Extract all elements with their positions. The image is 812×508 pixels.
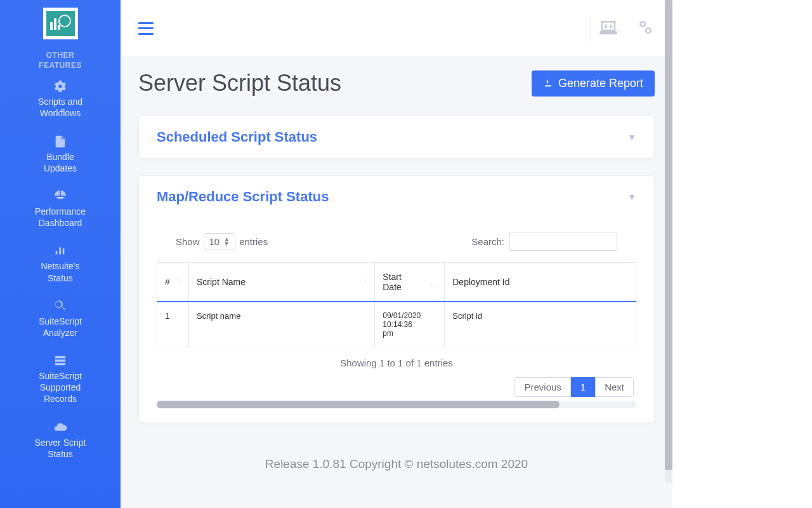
sidebar-item-suitescript-analyzer[interactable]: SuiteScript Analyzer — [0, 295, 121, 350]
page-title: Server Script Status — [138, 70, 341, 97]
card-header[interactable]: Scheduled Script Status ▼ — [139, 116, 654, 158]
sidebar-section-label: OTHERFEATURES — [39, 51, 82, 70]
show-label: Show — [176, 236, 200, 247]
gears-icon — [53, 79, 67, 93]
table-row: 1 Script name 09/01/2020 10:14:36 pm Scr… — [157, 302, 636, 347]
sidebar-item-label: Netsuite's Status — [41, 261, 79, 283]
sidebar-item-scripts-workflows[interactable]: Scripts and Workflows — [0, 76, 121, 130]
pagination: Previous 1 Next — [157, 377, 636, 397]
chevron-down-icon: ▼ — [627, 132, 636, 142]
prev-button[interactable]: Previous — [514, 377, 570, 397]
sidebar-item-label: Performance Dashboard — [35, 206, 86, 228]
scroll-thumb[interactable] — [665, 0, 672, 470]
sidebar: OTHERFEATURES Scripts and Workflows Bund… — [0, 0, 121, 508]
list-icon — [53, 354, 67, 368]
search-input[interactable] — [509, 232, 617, 251]
col-start-date[interactable]: Start Date↑↓ — [375, 263, 445, 302]
file-icon — [53, 135, 67, 149]
sidebar-item-label: SuiteScript Analyzer — [39, 316, 82, 338]
sidebar-item-label: SuiteScript Supported Records — [39, 371, 82, 404]
sidebar-item-server-script-status[interactable]: Server Script Status — [0, 417, 121, 471]
settings-gears-icon[interactable] — [636, 18, 655, 39]
card-header[interactable]: Map/Reduce Script Status ▼ — [139, 176, 654, 218]
sidebar-item-netsuite-status[interactable]: Netsuite's Status — [0, 240, 121, 295]
sort-icon: ↑↓ — [430, 282, 436, 288]
search-label: Search: — [471, 236, 504, 247]
sidebar-item-suitescript-records[interactable]: SuiteScript Supported Records — [0, 350, 121, 417]
sidebar-item-performance-dashboard[interactable]: Performance Dashboard — [0, 185, 121, 240]
sidebar-item-label: Server Script Status — [35, 438, 86, 459]
card-title: Map/Reduce Script Status — [157, 189, 329, 205]
main: Server Script Status Generate Report Sch… — [121, 0, 672, 508]
entries-label: entries — [239, 236, 268, 247]
sidebar-item-label: Scripts and Workflows — [38, 97, 82, 118]
sidebar-item-bundle-updates[interactable]: Bundle Updates — [0, 131, 121, 185]
sort-icon: ↑↓ — [174, 277, 181, 283]
scroll-thumb[interactable] — [157, 401, 560, 408]
cloud-icon — [53, 420, 67, 434]
cell-index: 1 — [157, 302, 189, 347]
cell-script-name: Script name — [189, 302, 375, 347]
col-deployment-id[interactable]: Deployment Id — [445, 263, 636, 302]
footer-text: Release 1.0.81 Copyright © netsolutes.co… — [138, 439, 655, 471]
table-info: Showing 1 to 1 of 1 entries — [157, 347, 636, 377]
pie-chart-icon — [53, 189, 67, 203]
sidebar-item-label: Bundle Updates — [44, 152, 77, 173]
card-scheduled-script: Scheduled Script Status ▼ — [138, 116, 655, 159]
topbar — [121, 0, 672, 57]
script-table: #↑↓ Script Name↑↓ Start Date↑↓ Deploymen… — [157, 262, 636, 347]
menu-toggle-icon[interactable] — [138, 22, 154, 35]
select-caret-icon: ▲▼ — [223, 237, 230, 246]
search-icon — [53, 299, 67, 313]
vertical-scrollbar[interactable] — [665, 0, 672, 483]
col-script-name[interactable]: Script Name↑↓ — [189, 263, 375, 302]
sort-icon: ↑↓ — [360, 277, 367, 283]
cell-deployment-id: Script id — [445, 302, 636, 347]
next-button[interactable]: Next — [595, 377, 634, 397]
entries-select[interactable]: 10 ▲▼ — [204, 233, 236, 250]
cell-start-date: 09/01/2020 10:14:36 pm — [375, 302, 445, 347]
card-title: Scheduled Script Status — [157, 129, 317, 145]
card-mapreduce-script: Map/Reduce Script Status ▼ Show 10 ▲▼ en… — [138, 175, 655, 423]
download-icon — [543, 78, 553, 88]
col-index[interactable]: #↑↓ — [157, 263, 189, 302]
horizontal-scrollbar[interactable] — [157, 401, 636, 408]
generate-report-button[interactable]: Generate Report — [532, 70, 655, 97]
page-1-button[interactable]: 1 — [571, 377, 595, 397]
code-laptop-icon[interactable] — [599, 18, 618, 39]
bar-chart-icon — [53, 244, 67, 258]
chevron-down-icon: ▼ — [627, 192, 636, 202]
app-logo — [43, 8, 78, 39]
